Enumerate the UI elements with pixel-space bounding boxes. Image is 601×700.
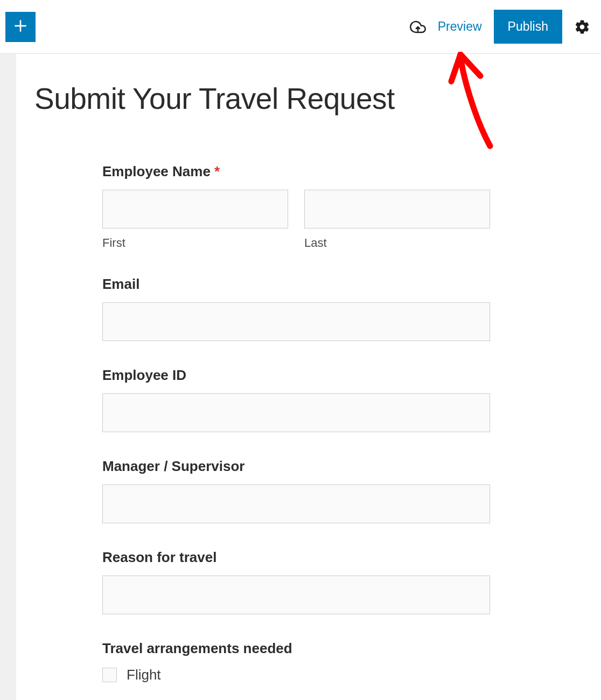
- editor-canvas: Submit Your Travel Request Employee Name…: [0, 54, 601, 700]
- preview-link[interactable]: Preview: [438, 19, 482, 34]
- manager-label: Manager / Supervisor: [102, 458, 490, 475]
- flight-checkbox-label: Flight: [127, 667, 161, 683]
- employee-id-label: Employee ID: [102, 367, 490, 384]
- reason-input[interactable]: [102, 576, 490, 614]
- last-name-sublabel: Last: [304, 236, 490, 250]
- toolbar-left: [5, 12, 36, 42]
- first-name-input[interactable]: [102, 190, 288, 228]
- email-label: Email: [102, 276, 490, 293]
- email-input[interactable]: [102, 302, 490, 341]
- flight-checkbox[interactable]: [102, 668, 117, 682]
- checkbox-row-flight: Flight: [102, 667, 490, 683]
- form-container: Employee Name * First Last Email: [16, 116, 490, 683]
- name-first-col: First: [102, 190, 288, 250]
- name-last-col: Last: [304, 190, 490, 250]
- cloud-save-icon[interactable]: [410, 19, 426, 35]
- editor-toolbar: Preview Publish: [0, 0, 601, 54]
- required-indicator: *: [214, 163, 220, 179]
- field-arrangements: Travel arrangements needed Flight: [102, 640, 490, 683]
- add-block-button[interactable]: [5, 12, 36, 42]
- first-name-sublabel: First: [102, 236, 288, 250]
- employee-id-input[interactable]: [102, 393, 490, 432]
- arrangements-label: Travel arrangements needed: [102, 640, 490, 657]
- plus-icon: [12, 17, 29, 36]
- field-reason: Reason for travel: [102, 549, 490, 614]
- publish-button[interactable]: Publish: [494, 10, 562, 44]
- last-name-input[interactable]: [304, 190, 490, 228]
- field-employee-id: Employee ID: [102, 367, 490, 432]
- field-manager: Manager / Supervisor: [102, 458, 490, 523]
- employee-name-label: Employee Name *: [102, 163, 490, 180]
- name-row: First Last: [102, 190, 490, 250]
- manager-input[interactable]: [102, 484, 490, 523]
- page-title[interactable]: Submit Your Travel Request: [16, 82, 601, 116]
- reason-label: Reason for travel: [102, 549, 490, 566]
- page-content: Submit Your Travel Request Employee Name…: [16, 54, 601, 700]
- toolbar-right: Preview Publish: [410, 10, 595, 44]
- employee-name-label-text: Employee Name: [102, 163, 214, 179]
- field-employee-name: Employee Name * First Last: [102, 163, 490, 250]
- field-email: Email: [102, 276, 490, 341]
- settings-icon[interactable]: [574, 19, 590, 35]
